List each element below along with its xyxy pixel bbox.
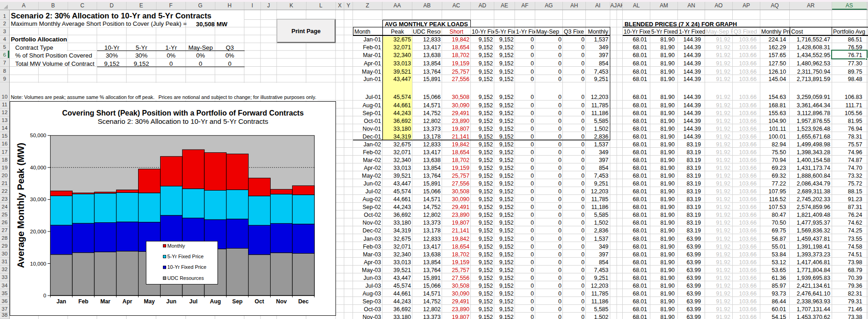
svg-text:Covering Short (Peak) Position: Covering Short (Peak) Position with a Po…: [62, 109, 304, 117]
svg-text:5-Yr Fixed Price: 5-Yr Fixed Price: [168, 254, 204, 259]
svg-text:Jul: Jul: [189, 298, 197, 305]
svg-text:Monthly: Monthly: [168, 243, 185, 249]
svg-text:Feb: Feb: [78, 298, 88, 305]
svg-text:Apr: Apr: [122, 298, 132, 305]
svg-text:Average Monthly Peak (MW): Average Monthly Peak (MW): [16, 143, 26, 268]
svg-text:UDC Resources: UDC Resources: [168, 275, 204, 281]
svg-text:10,000: 10,000: [30, 261, 46, 267]
svg-text:50,000: 50,000: [30, 133, 46, 138]
svg-text:Oct: Oct: [255, 298, 264, 305]
svg-text:30,000: 30,000: [30, 197, 46, 202]
svg-text:0: 0: [43, 293, 46, 298]
svg-text:Nov: Nov: [276, 298, 287, 305]
svg-text:Jun: Jun: [166, 298, 176, 305]
svg-text:Aug: Aug: [210, 298, 221, 305]
svg-text:Dec: Dec: [298, 298, 309, 305]
svg-text:40,000: 40,000: [30, 165, 46, 170]
svg-text:10-Yr Fixed Price: 10-Yr Fixed Price: [168, 264, 207, 270]
svg-text:May: May: [144, 298, 155, 305]
svg-text:20,000: 20,000: [30, 229, 46, 234]
svg-text:Scenario 2: 30% Allocation to: Scenario 2: 30% Allocation to 10-Yr and …: [98, 117, 268, 125]
svg-text:Sep: Sep: [232, 298, 243, 305]
svg-text:Mar: Mar: [100, 298, 110, 305]
svg-text:Jan: Jan: [57, 298, 66, 305]
